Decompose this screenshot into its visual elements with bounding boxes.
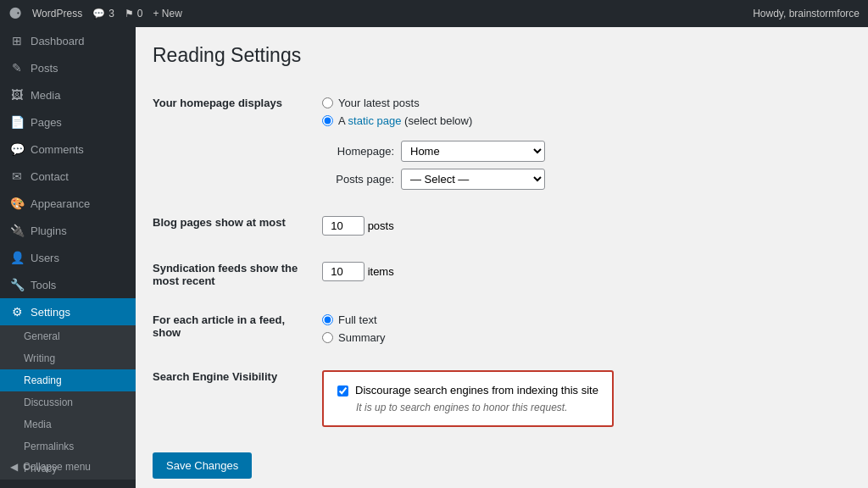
tools-icon: 🔧 xyxy=(10,278,24,291)
plugins-icon: 🔌 xyxy=(10,224,24,237)
comments-icon: 💬 xyxy=(10,142,24,156)
page-selects: Homepage: Home About Contact Posts page: xyxy=(322,141,851,190)
save-changes-button[interactable]: Save Changes xyxy=(153,452,252,479)
posts-page-select-label: Posts page: xyxy=(322,173,394,186)
flag-icon: ⚑ xyxy=(125,8,134,19)
radio-summary-label[interactable]: Summary xyxy=(338,331,386,344)
sidebar-item-users[interactable]: 👤 Users xyxy=(0,244,136,271)
visibility-hint: It is up to search engines to honor this… xyxy=(356,402,598,413)
blog-pages-label: Blog pages show at most xyxy=(153,203,322,249)
blog-pages-suffix: posts xyxy=(368,219,394,232)
comment-count[interactable]: 💬 3 xyxy=(92,8,114,19)
syndication-label: Syndication feeds show the most recent xyxy=(153,249,322,301)
static-page-link[interactable]: static page xyxy=(348,114,402,127)
site-name[interactable]: WordPress xyxy=(32,8,82,19)
radio-static-page[interactable] xyxy=(322,115,333,126)
sidebar-item-plugins[interactable]: 🔌 Plugins xyxy=(0,217,136,244)
pages-icon: 📄 xyxy=(10,115,24,129)
sidebar-submenu-general[interactable]: General xyxy=(0,325,136,347)
radio-latest-posts[interactable] xyxy=(322,97,333,108)
sidebar-item-settings[interactable]: ⚙ Settings xyxy=(0,298,136,325)
feed-article-label: For each article in a feed, show xyxy=(153,301,322,358)
visibility-label: Search Engine Visibility xyxy=(153,358,322,441)
visibility-checkbox-label[interactable]: Discourage search engines from indexing … xyxy=(355,384,598,396)
sidebar-submenu-reading[interactable]: Reading xyxy=(0,369,136,391)
comment-icon: 💬 xyxy=(92,8,105,19)
sidebar-item-tools[interactable]: 🔧 Tools xyxy=(0,271,136,298)
settings-icon: ⚙ xyxy=(10,305,24,319)
sidebar-item-appearance[interactable]: 🎨 Appearance xyxy=(0,190,136,217)
sidebar-item-comments[interactable]: 💬 Comments xyxy=(0,136,136,163)
radio-full-text-label[interactable]: Full text xyxy=(338,313,377,326)
howdy-text: Howdy, brainstormforce xyxy=(753,8,860,19)
posts-page-select[interactable]: — Select — Blog News xyxy=(401,169,545,190)
posts-icon: ✎ xyxy=(10,61,24,75)
sidebar-submenu-discussion[interactable]: Discussion xyxy=(0,391,136,413)
collapse-icon: ◀ xyxy=(10,461,18,473)
feed-article-options: Full text Summary xyxy=(322,313,851,344)
appearance-icon: 🎨 xyxy=(10,197,24,210)
new-button[interactable]: + New xyxy=(153,8,182,19)
sidebar-submenu-writing[interactable]: Writing xyxy=(0,347,136,369)
contact-icon: ✉ xyxy=(10,169,24,183)
sidebar-item-dashboard[interactable]: ⊞ Dashboard xyxy=(0,27,136,54)
dashboard-icon: ⊞ xyxy=(10,34,24,47)
sidebar-item-contact[interactable]: ✉ Contact xyxy=(0,163,136,190)
radio-full-text[interactable] xyxy=(322,314,333,325)
visibility-checkbox[interactable] xyxy=(337,385,348,396)
media-icon: 🖼 xyxy=(10,88,24,102)
sidebar-submenu-media[interactable]: Media xyxy=(0,413,136,435)
collapse-menu-button[interactable]: ◀ Collapse menu xyxy=(0,454,136,480)
notification-count[interactable]: ⚑ 0 xyxy=(125,8,143,19)
syndication-input[interactable]: 10 xyxy=(322,262,364,281)
radio-summary[interactable] xyxy=(322,332,333,343)
sidebar-item-media[interactable]: 🖼 Media xyxy=(0,81,136,108)
users-icon: 👤 xyxy=(10,251,24,264)
radio-static-page-label[interactable]: A static page (select below) xyxy=(338,114,472,127)
visibility-box: Discourage search engines from indexing … xyxy=(322,370,614,427)
homepage-select[interactable]: Home About Contact xyxy=(401,141,545,162)
page-title: Reading Settings xyxy=(153,44,851,67)
wp-logo: ⚈ xyxy=(8,4,22,23)
sidebar-item-posts[interactable]: ✎ Posts xyxy=(0,54,136,81)
blog-pages-input[interactable]: 10 xyxy=(322,216,364,236)
syndication-suffix: items xyxy=(368,265,394,278)
homepage-displays-label: Your homepage displays xyxy=(153,84,322,203)
sidebar-item-pages[interactable]: 📄 Pages xyxy=(0,108,136,136)
homepage-displays-options: Your latest posts A static page (select … xyxy=(322,97,851,190)
homepage-select-label: Homepage: xyxy=(322,145,394,158)
radio-latest-posts-label[interactable]: Your latest posts xyxy=(338,97,420,109)
